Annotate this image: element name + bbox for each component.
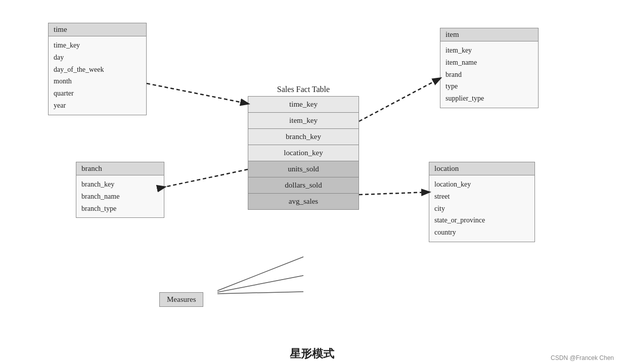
- svg-line-5: [217, 276, 303, 292]
- fact-table-title: Sales Fact Table: [248, 85, 359, 94]
- svg-line-0: [147, 83, 248, 104]
- branch-table-body: branch_key branch_name branch_type: [76, 175, 164, 217]
- svg-line-4: [217, 257, 303, 291]
- svg-line-6: [217, 292, 303, 294]
- fact-row-item-key: item_key: [248, 113, 359, 129]
- branch-field-1: branch_key: [81, 178, 159, 191]
- location-field-1: location_key: [434, 178, 529, 191]
- diagram-container: time time_key day day_of_the_week month …: [0, 0, 624, 344]
- svg-line-2: [164, 169, 248, 187]
- location-table-body: location_key street city state_or_provin…: [429, 175, 534, 242]
- fact-row-time-key: time_key: [248, 97, 359, 113]
- item-field-4: type: [445, 80, 533, 93]
- time-field-5: quarter: [54, 87, 141, 100]
- footer: 星形模式 CSDN @Francek Chen: [0, 344, 624, 364]
- item-field-5: supplier_type: [445, 93, 533, 105]
- location-field-4: state_or_province: [434, 214, 529, 226]
- location-field-3: city: [434, 203, 529, 215]
- item-table-body: item_key item_name brand type supplier_t…: [440, 41, 538, 108]
- svg-line-1: [359, 78, 440, 121]
- footer-title: 星形模式: [10, 346, 614, 361]
- item-table-header: item: [440, 28, 538, 41]
- branch-table: branch branch_key branch_name branch_typ…: [76, 162, 164, 218]
- svg-line-3: [359, 192, 429, 195]
- fact-row-branch-key: branch_key: [248, 129, 359, 145]
- measures-box: Measures: [159, 292, 203, 307]
- location-table: location location_key street city state_…: [429, 162, 535, 242]
- item-field-1: item_key: [445, 44, 533, 57]
- fact-table: Sales Fact Table time_key item_key branc…: [248, 85, 359, 210]
- fact-row-location-key: location_key: [248, 145, 359, 161]
- location-table-header: location: [429, 162, 534, 175]
- location-field-2: street: [434, 191, 529, 203]
- location-field-5: country: [434, 226, 529, 239]
- time-table-header: time: [49, 23, 146, 36]
- time-field-1: time_key: [54, 39, 141, 52]
- item-table: item item_key item_name brand type suppl…: [440, 28, 539, 108]
- footer-credit: CSDN @Francek Chen: [551, 354, 614, 361]
- time-field-2: day: [54, 52, 141, 64]
- fact-row-dollars-sold: dollars_sold: [248, 177, 359, 194]
- measures-label: Measures: [167, 295, 196, 303]
- item-field-2: item_name: [445, 57, 533, 69]
- branch-field-3: branch_type: [81, 203, 159, 215]
- fact-table-rows: time_key item_key branch_key location_ke…: [248, 96, 359, 210]
- time-table: time time_key day day_of_the_week month …: [48, 23, 147, 115]
- fact-row-avg-sales: avg_sales: [248, 194, 359, 209]
- time-field-3: day_of_the_week: [54, 64, 141, 76]
- item-field-3: brand: [445, 69, 533, 81]
- fact-row-units-sold: units_sold: [248, 161, 359, 177]
- branch-table-header: branch: [76, 162, 164, 175]
- time-field-6: year: [54, 100, 141, 112]
- time-table-body: time_key day day_of_the_week month quart…: [49, 36, 146, 115]
- time-field-4: month: [54, 75, 141, 87]
- branch-field-2: branch_name: [81, 191, 159, 203]
